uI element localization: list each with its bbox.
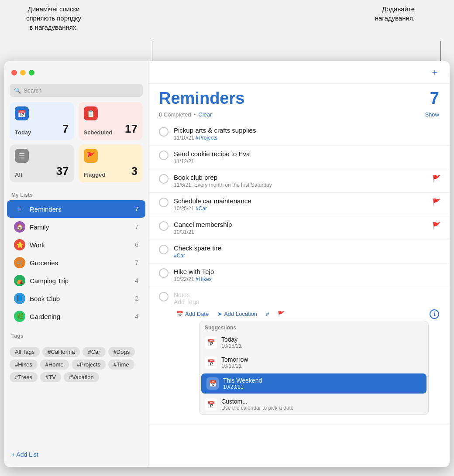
show-button[interactable]: Show bbox=[425, 111, 439, 118]
reminder-check-2[interactable] bbox=[159, 174, 169, 184]
camping-count: 4 bbox=[135, 277, 138, 284]
suggestion-today-label: Today bbox=[221, 336, 242, 343]
family-count: 7 bbox=[135, 223, 138, 230]
tags-section: All Tags #California #Car #Dogs #Hikes #… bbox=[4, 341, 148, 385]
add-reminder-button[interactable]: + bbox=[429, 66, 441, 79]
suggestion-today[interactable]: 📅 Today 10/18/21 bbox=[199, 332, 428, 353]
reminder-subtitle-1: 11/12/21 bbox=[174, 158, 439, 164]
tag-tv[interactable]: #TV bbox=[40, 372, 61, 382]
camping-icon: ⛺ bbox=[14, 275, 25, 286]
reminder-body-1: Send cookie recipe to Eva 11/12/21 bbox=[174, 150, 439, 164]
add-date-button[interactable]: 📅 Add Date bbox=[174, 309, 211, 319]
sidebar-item-reminders[interactable]: ≡ Reminders 7 bbox=[7, 200, 145, 218]
traffic-lights bbox=[11, 70, 34, 75]
add-location-button[interactable]: ➤ Add Location bbox=[215, 309, 260, 319]
flag-icon: 🚩 bbox=[278, 311, 285, 317]
sidebar-item-gardening[interactable]: 🌿 Gardening 4 bbox=[7, 308, 145, 325]
suggestion-tomorrow-date: 10/19/21 bbox=[221, 363, 248, 369]
callout-right: Додавайте нагадування. bbox=[375, 4, 415, 23]
sidebar: 🔍 📅 Today 7 📋 Scheduled 17 bbox=[4, 61, 148, 467]
scheduled-icon: 📋 bbox=[84, 106, 98, 120]
table-row: Send cookie recipe to Eva 11/12/21 bbox=[148, 146, 450, 169]
tag-home[interactable]: #Home bbox=[40, 360, 69, 370]
new-item-check bbox=[159, 292, 169, 301]
completed-text: 0 Completed bbox=[159, 111, 191, 118]
suggestion-tomorrow-icon: 📅 bbox=[205, 356, 217, 369]
minimize-button[interactable] bbox=[20, 70, 26, 75]
tag-california[interactable]: #California bbox=[42, 347, 80, 357]
tag-vacation[interactable]: #Vacation bbox=[64, 372, 99, 382]
app-window: 🔍 📅 Today 7 📋 Scheduled 17 bbox=[4, 61, 450, 467]
flag-icon-4: 🚩 bbox=[432, 222, 439, 229]
gardening-label: Gardening bbox=[30, 313, 131, 320]
sidebar-item-bookclub[interactable]: 📘 Book Club 2 bbox=[7, 290, 145, 307]
suggestion-weekend-date: 10/23/21 bbox=[223, 384, 262, 390]
tag-trees[interactable]: #Trees bbox=[10, 372, 38, 382]
reminder-body-4: Cancel membership 10/31/21 bbox=[174, 221, 427, 235]
tag-time[interactable]: #Time bbox=[108, 360, 134, 370]
search-input[interactable] bbox=[24, 87, 138, 94]
suggestion-today-text: Today 10/18/21 bbox=[221, 336, 242, 349]
reminder-check-5[interactable] bbox=[159, 245, 169, 254]
tag-projects[interactable]: #Projects bbox=[72, 360, 106, 370]
smart-card-today[interactable]: 📅 Today 7 bbox=[10, 102, 74, 140]
tag-car[interactable]: #Car bbox=[83, 347, 105, 357]
smart-card-flagged[interactable]: 🚩 Flagged 3 bbox=[79, 144, 143, 182]
table-row: Cancel membership 10/31/21 🚩 bbox=[148, 216, 450, 240]
tag-hikes[interactable]: #Hikes bbox=[10, 360, 38, 370]
completed-bar: 0 Completed • Clear Show bbox=[148, 111, 450, 122]
sidebar-item-groceries[interactable]: 🛒 Groceries 7 bbox=[7, 254, 145, 271]
suggestion-tomorrow[interactable]: 📅 Tomorrow 10/19/21 bbox=[199, 353, 428, 373]
hashtag-label: # bbox=[266, 311, 269, 317]
reminder-subtitle-4: 10/31/21 bbox=[174, 229, 427, 235]
maximize-button[interactable] bbox=[29, 70, 34, 75]
sidebar-item-work[interactable]: ⭐ Work 6 bbox=[7, 236, 145, 253]
flag-button[interactable]: 🚩 bbox=[275, 309, 287, 319]
reminder-title-3: Schedule car maintenance bbox=[174, 197, 427, 205]
add-list-button[interactable]: + Add List bbox=[10, 448, 143, 462]
reminder-check-6[interactable] bbox=[159, 268, 169, 278]
search-icon: 🔍 bbox=[14, 87, 21, 94]
scheduled-count: 17 bbox=[125, 122, 138, 136]
reminder-title-2: Book club prep bbox=[174, 174, 427, 181]
suggestion-custom-label: Custom... bbox=[221, 398, 293, 405]
suggestions-header: Suggestions bbox=[199, 321, 428, 332]
sidebar-item-family[interactable]: 🏠 Family 7 bbox=[7, 218, 145, 236]
close-button[interactable] bbox=[11, 70, 17, 75]
tags-header: Tags bbox=[4, 329, 148, 341]
groceries-label: Groceries bbox=[30, 259, 131, 267]
bookclub-icon: 📘 bbox=[14, 293, 25, 304]
family-label: Family bbox=[30, 223, 131, 231]
reminder-check-0[interactable] bbox=[159, 127, 169, 137]
flag-icon-2: 🚩 bbox=[432, 175, 439, 181]
sidebar-item-camping[interactable]: ⛺ Camping Trip 4 bbox=[7, 272, 145, 289]
search-bar[interactable]: 🔍 bbox=[10, 84, 143, 97]
reminder-check-4[interactable] bbox=[159, 221, 169, 231]
bookclub-label: Book Club bbox=[30, 295, 131, 302]
suggestion-today-icon: 📅 bbox=[205, 336, 217, 349]
info-button[interactable]: ℹ bbox=[430, 309, 439, 319]
tag-all[interactable]: All Tags bbox=[10, 347, 40, 357]
camping-label: Camping Trip bbox=[30, 277, 131, 284]
work-label: Work bbox=[30, 241, 131, 249]
suggestion-custom[interactable]: 📅 Custom... Use the calendar to pick a d… bbox=[199, 394, 428, 414]
reminder-subtitle-6: 10/22/21 #Hikes bbox=[174, 276, 439, 282]
reminder-body-2: Book club prep 11/6/21, Every month on t… bbox=[174, 174, 427, 188]
hashtag-button[interactable]: # bbox=[263, 309, 272, 319]
all-count: 37 bbox=[56, 164, 69, 178]
smart-card-scheduled[interactable]: 📋 Scheduled 17 bbox=[79, 102, 143, 140]
reminder-check-3[interactable] bbox=[159, 198, 169, 207]
clear-button[interactable]: Clear bbox=[198, 111, 212, 118]
suggestion-custom-icon: 📅 bbox=[205, 398, 217, 411]
reminder-title-4: Cancel membership bbox=[174, 221, 427, 228]
suggestion-weekend[interactable]: 📅 This Weekend 10/23/21 bbox=[201, 373, 426, 394]
reminder-subtitle-2: 11/6/21, Every month on the first Saturd… bbox=[174, 182, 427, 188]
reminder-check-1[interactable] bbox=[159, 151, 169, 160]
smart-card-all[interactable]: ☰ All 37 bbox=[10, 144, 74, 182]
tag-dogs[interactable]: #Dogs bbox=[108, 347, 135, 357]
callout-left: Динамічні списки сприяють порядку в нага… bbox=[26, 4, 81, 32]
groceries-count: 7 bbox=[135, 259, 138, 266]
reminder-body-6: Hike with Tejo 10/22/21 #Hikes bbox=[174, 268, 439, 282]
today-icon: 📅 bbox=[15, 106, 29, 120]
table-row: Check spare tire #Car bbox=[148, 240, 450, 264]
